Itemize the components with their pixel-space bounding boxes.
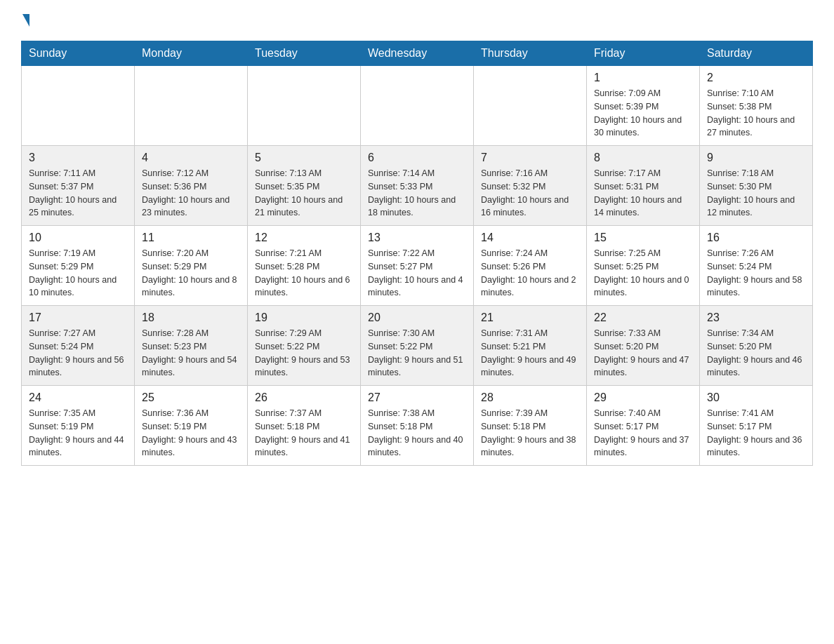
calendar-cell: 30Sunrise: 7:41 AMSunset: 5:17 PMDayligh… bbox=[700, 386, 813, 466]
calendar-header-row: SundayMondayTuesdayWednesdayThursdayFrid… bbox=[22, 41, 813, 66]
day-number: 2 bbox=[707, 72, 805, 84]
calendar-cell: 22Sunrise: 7:33 AMSunset: 5:20 PMDayligh… bbox=[587, 306, 700, 386]
calendar-cell: 25Sunrise: 7:36 AMSunset: 5:19 PMDayligh… bbox=[135, 386, 248, 466]
calendar-cell: 8Sunrise: 7:17 AMSunset: 5:31 PMDaylight… bbox=[587, 146, 700, 226]
weekday-header-sunday: Sunday bbox=[22, 41, 135, 66]
day-number: 29 bbox=[594, 391, 692, 404]
day-info: Sunrise: 7:37 AMSunset: 5:18 PMDaylight:… bbox=[255, 407, 353, 459]
day-number: 21 bbox=[481, 311, 579, 324]
calendar-cell bbox=[135, 66, 248, 146]
day-info: Sunrise: 7:38 AMSunset: 5:18 PMDaylight:… bbox=[368, 407, 466, 459]
day-info: Sunrise: 7:18 AMSunset: 5:30 PMDaylight:… bbox=[707, 167, 805, 220]
page-header bbox=[21, 14, 813, 27]
day-info: Sunrise: 7:35 AMSunset: 5:19 PMDaylight:… bbox=[29, 407, 127, 459]
calendar-week-row: 24Sunrise: 7:35 AMSunset: 5:19 PMDayligh… bbox=[22, 386, 813, 466]
calendar-cell: 4Sunrise: 7:12 AMSunset: 5:36 PMDaylight… bbox=[135, 146, 248, 226]
day-number: 9 bbox=[707, 152, 805, 164]
calendar-cell: 5Sunrise: 7:13 AMSunset: 5:35 PMDaylight… bbox=[248, 146, 361, 226]
weekday-header-tuesday: Tuesday bbox=[248, 41, 361, 66]
day-info: Sunrise: 7:30 AMSunset: 5:22 PMDaylight:… bbox=[368, 327, 466, 380]
day-info: Sunrise: 7:36 AMSunset: 5:19 PMDaylight:… bbox=[142, 407, 240, 459]
day-info: Sunrise: 7:21 AMSunset: 5:28 PMDaylight:… bbox=[255, 247, 353, 300]
calendar-cell: 16Sunrise: 7:26 AMSunset: 5:24 PMDayligh… bbox=[700, 226, 813, 306]
day-info: Sunrise: 7:34 AMSunset: 5:20 PMDaylight:… bbox=[707, 327, 805, 380]
day-info: Sunrise: 7:27 AMSunset: 5:24 PMDaylight:… bbox=[29, 327, 127, 380]
calendar-table: SundayMondayTuesdayWednesdayThursdayFrid… bbox=[21, 41, 813, 466]
weekday-header-monday: Monday bbox=[135, 41, 248, 66]
calendar-cell: 15Sunrise: 7:25 AMSunset: 5:25 PMDayligh… bbox=[587, 226, 700, 306]
calendar-cell: 18Sunrise: 7:28 AMSunset: 5:23 PMDayligh… bbox=[135, 306, 248, 386]
day-number: 25 bbox=[142, 391, 240, 404]
calendar-cell: 28Sunrise: 7:39 AMSunset: 5:18 PMDayligh… bbox=[474, 386, 587, 466]
day-number: 18 bbox=[142, 311, 240, 324]
calendar-week-row: 1Sunrise: 7:09 AMSunset: 5:39 PMDaylight… bbox=[22, 66, 813, 146]
day-info: Sunrise: 7:19 AMSunset: 5:29 PMDaylight:… bbox=[29, 247, 127, 300]
day-number: 17 bbox=[29, 311, 127, 324]
day-number: 14 bbox=[481, 232, 579, 244]
day-number: 11 bbox=[142, 232, 240, 244]
calendar-cell: 1Sunrise: 7:09 AMSunset: 5:39 PMDaylight… bbox=[587, 66, 700, 146]
day-number: 13 bbox=[368, 232, 466, 244]
calendar-cell: 10Sunrise: 7:19 AMSunset: 5:29 PMDayligh… bbox=[22, 226, 135, 306]
day-info: Sunrise: 7:39 AMSunset: 5:18 PMDaylight:… bbox=[481, 407, 579, 459]
weekday-header-wednesday: Wednesday bbox=[361, 41, 474, 66]
day-number: 12 bbox=[255, 232, 353, 244]
logo bbox=[21, 14, 29, 27]
day-number: 23 bbox=[707, 311, 805, 324]
calendar-cell: 24Sunrise: 7:35 AMSunset: 5:19 PMDayligh… bbox=[22, 386, 135, 466]
day-number: 19 bbox=[255, 311, 353, 324]
day-number: 16 bbox=[707, 232, 805, 244]
calendar-cell: 27Sunrise: 7:38 AMSunset: 5:18 PMDayligh… bbox=[361, 386, 474, 466]
calendar-week-row: 10Sunrise: 7:19 AMSunset: 5:29 PMDayligh… bbox=[22, 226, 813, 306]
day-number: 3 bbox=[29, 152, 127, 164]
calendar-cell: 17Sunrise: 7:27 AMSunset: 5:24 PMDayligh… bbox=[22, 306, 135, 386]
day-number: 26 bbox=[255, 391, 353, 404]
day-info: Sunrise: 7:31 AMSunset: 5:21 PMDaylight:… bbox=[481, 327, 579, 380]
day-info: Sunrise: 7:29 AMSunset: 5:22 PMDaylight:… bbox=[255, 327, 353, 380]
calendar-cell: 11Sunrise: 7:20 AMSunset: 5:29 PMDayligh… bbox=[135, 226, 248, 306]
calendar-cell: 29Sunrise: 7:40 AMSunset: 5:17 PMDayligh… bbox=[587, 386, 700, 466]
day-number: 6 bbox=[368, 152, 466, 164]
calendar-cell: 23Sunrise: 7:34 AMSunset: 5:20 PMDayligh… bbox=[700, 306, 813, 386]
day-number: 15 bbox=[594, 232, 692, 244]
calendar-cell bbox=[248, 66, 361, 146]
day-info: Sunrise: 7:28 AMSunset: 5:23 PMDaylight:… bbox=[142, 327, 240, 380]
day-info: Sunrise: 7:40 AMSunset: 5:17 PMDaylight:… bbox=[594, 407, 692, 459]
day-number: 20 bbox=[368, 311, 466, 324]
logo-arrow-icon bbox=[22, 14, 29, 27]
calendar-cell: 9Sunrise: 7:18 AMSunset: 5:30 PMDaylight… bbox=[700, 146, 813, 226]
calendar-cell: 13Sunrise: 7:22 AMSunset: 5:27 PMDayligh… bbox=[361, 226, 474, 306]
day-number: 10 bbox=[29, 232, 127, 244]
day-number: 7 bbox=[481, 152, 579, 164]
day-info: Sunrise: 7:14 AMSunset: 5:33 PMDaylight:… bbox=[368, 167, 466, 220]
day-number: 4 bbox=[142, 152, 240, 164]
calendar-cell: 6Sunrise: 7:14 AMSunset: 5:33 PMDaylight… bbox=[361, 146, 474, 226]
day-number: 27 bbox=[368, 391, 466, 404]
calendar-cell bbox=[22, 66, 135, 146]
day-info: Sunrise: 7:25 AMSunset: 5:25 PMDaylight:… bbox=[594, 247, 692, 300]
day-info: Sunrise: 7:22 AMSunset: 5:27 PMDaylight:… bbox=[368, 247, 466, 300]
weekday-header-thursday: Thursday bbox=[474, 41, 587, 66]
day-info: Sunrise: 7:13 AMSunset: 5:35 PMDaylight:… bbox=[255, 167, 353, 220]
day-info: Sunrise: 7:20 AMSunset: 5:29 PMDaylight:… bbox=[142, 247, 240, 300]
weekday-header-saturday: Saturday bbox=[700, 41, 813, 66]
day-info: Sunrise: 7:26 AMSunset: 5:24 PMDaylight:… bbox=[707, 247, 805, 300]
calendar-cell: 12Sunrise: 7:21 AMSunset: 5:28 PMDayligh… bbox=[248, 226, 361, 306]
calendar-cell bbox=[361, 66, 474, 146]
day-info: Sunrise: 7:41 AMSunset: 5:17 PMDaylight:… bbox=[707, 407, 805, 459]
day-number: 24 bbox=[29, 391, 127, 404]
day-info: Sunrise: 7:12 AMSunset: 5:36 PMDaylight:… bbox=[142, 167, 240, 220]
day-info: Sunrise: 7:10 AMSunset: 5:38 PMDaylight:… bbox=[707, 87, 805, 140]
calendar-cell: 20Sunrise: 7:30 AMSunset: 5:22 PMDayligh… bbox=[361, 306, 474, 386]
day-number: 28 bbox=[481, 391, 579, 404]
day-number: 8 bbox=[594, 152, 692, 164]
day-info: Sunrise: 7:11 AMSunset: 5:37 PMDaylight:… bbox=[29, 167, 127, 220]
day-info: Sunrise: 7:24 AMSunset: 5:26 PMDaylight:… bbox=[481, 247, 579, 300]
calendar-cell: 3Sunrise: 7:11 AMSunset: 5:37 PMDaylight… bbox=[22, 146, 135, 226]
calendar-cell: 14Sunrise: 7:24 AMSunset: 5:26 PMDayligh… bbox=[474, 226, 587, 306]
calendar-cell: 7Sunrise: 7:16 AMSunset: 5:32 PMDaylight… bbox=[474, 146, 587, 226]
day-info: Sunrise: 7:17 AMSunset: 5:31 PMDaylight:… bbox=[594, 167, 692, 220]
calendar-cell: 26Sunrise: 7:37 AMSunset: 5:18 PMDayligh… bbox=[248, 386, 361, 466]
calendar-cell: 2Sunrise: 7:10 AMSunset: 5:38 PMDaylight… bbox=[700, 66, 813, 146]
weekday-header-friday: Friday bbox=[587, 41, 700, 66]
